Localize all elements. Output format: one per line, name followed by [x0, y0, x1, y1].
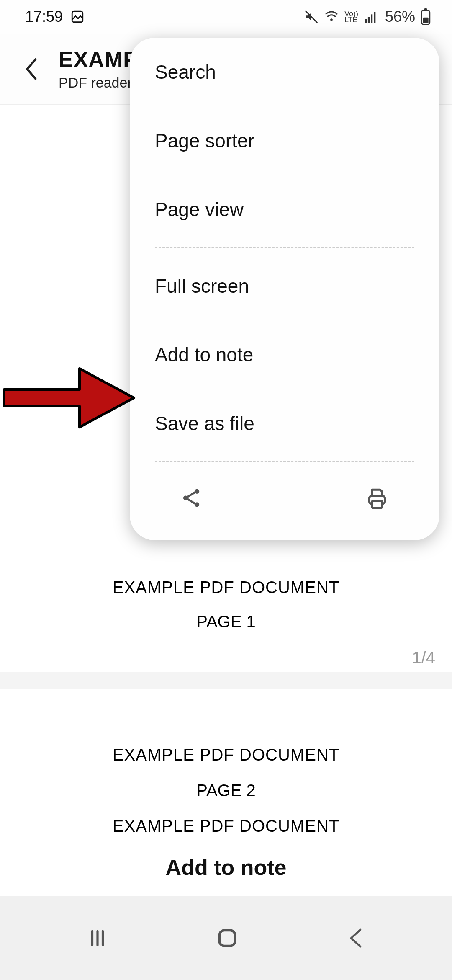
svg-rect-9: [423, 18, 428, 23]
menu-item-add-to-note[interactable]: Add to note: [130, 320, 439, 389]
volte-icon: Vo))LTE: [344, 11, 358, 23]
svg-rect-4: [368, 17, 370, 23]
menu-item-page-sorter[interactable]: Page sorter: [130, 106, 439, 175]
svg-line-18: [187, 499, 195, 503]
svg-point-2: [330, 18, 333, 21]
menu-item-search[interactable]: Search: [130, 38, 439, 106]
svg-rect-6: [374, 12, 375, 23]
mute-vibrate-icon: [304, 10, 318, 24]
page-indicator: 1/4: [412, 648, 435, 667]
menu-label: Save as file: [155, 413, 254, 434]
print-button[interactable]: [365, 487, 389, 511]
battery-icon: [420, 8, 431, 25]
menu-separator: [155, 247, 414, 248]
page2-line3: EXAMPLE PDF DOCUMENT: [0, 817, 452, 836]
svg-rect-13: [219, 930, 235, 946]
menu-label: Full screen: [155, 275, 249, 297]
share-icon: [180, 487, 203, 509]
signal-icon: [363, 10, 378, 24]
recents-icon: [87, 928, 108, 949]
android-nav-bar: [0, 896, 452, 980]
arrow-right-icon: [0, 364, 138, 431]
menu-separator: [155, 461, 414, 462]
add-to-note-bar[interactable]: Add to note: [0, 838, 452, 896]
menu-action-row: [130, 466, 439, 540]
battery-percent: 56%: [385, 8, 415, 26]
chevron-left-icon: [347, 926, 365, 950]
menu-label: Add to note: [155, 344, 253, 366]
status-right: Vo))LTE 56%: [304, 8, 431, 26]
overflow-menu: Search Page sorter Page view Full screen…: [130, 38, 439, 540]
chevron-left-icon: [23, 57, 40, 82]
menu-item-page-view[interactable]: Page view: [130, 175, 439, 244]
status-bar: 17:59 Vo))LTE 56%: [0, 0, 452, 34]
menu-item-save-as-file[interactable]: Save as file: [130, 389, 439, 458]
wifi-icon: [324, 10, 339, 24]
back-button[interactable]: [17, 54, 46, 84]
page2-group: EXAMPLE PDF DOCUMENT PAGE 2 EXAMPLE PDF …: [0, 745, 452, 836]
svg-rect-20: [372, 501, 382, 508]
add-to-note-label: Add to note: [166, 855, 287, 880]
share-button[interactable]: [180, 487, 203, 511]
menu-item-full-screen[interactable]: Full screen: [130, 252, 439, 320]
annotation-arrow: [0, 364, 138, 431]
menu-label: Page view: [155, 199, 244, 220]
status-time: 17:59: [25, 8, 63, 26]
home-icon: [216, 926, 239, 950]
status-left: 17:59: [25, 8, 85, 26]
page-gap: [0, 672, 452, 689]
menu-label: Search: [155, 61, 216, 83]
nav-back-button[interactable]: [347, 926, 365, 950]
home-button[interactable]: [216, 926, 239, 950]
page2-line1: EXAMPLE PDF DOCUMENT: [0, 745, 452, 764]
svg-rect-8: [424, 8, 427, 10]
svg-rect-3: [365, 19, 367, 23]
recents-button[interactable]: [87, 928, 108, 949]
menu-label: Page sorter: [155, 130, 254, 152]
svg-rect-5: [371, 14, 372, 23]
page1-line1: EXAMPLE PDF DOCUMENT: [0, 578, 452, 597]
page2-line2: PAGE 2: [0, 781, 452, 800]
svg-line-17: [187, 493, 195, 497]
picture-icon: [70, 10, 85, 24]
page1-line2: PAGE 1: [0, 612, 452, 631]
printer-icon: [365, 487, 389, 511]
